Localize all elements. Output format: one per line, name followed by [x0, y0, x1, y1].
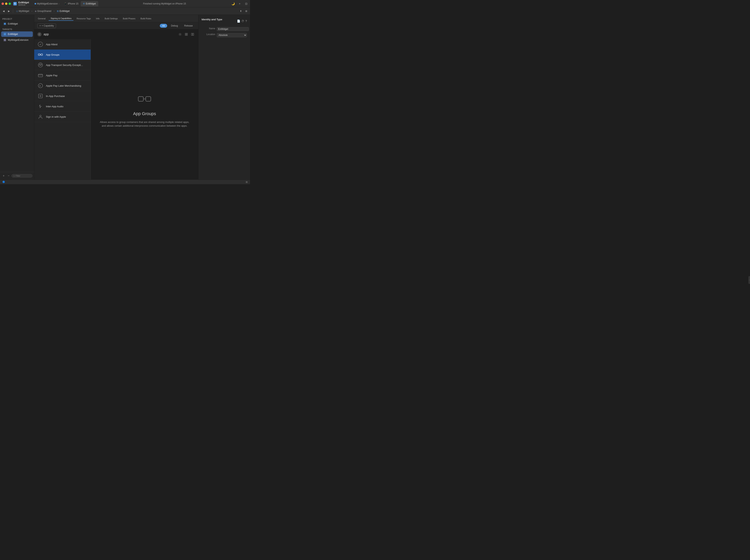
breadcrumb-sep2: › — [54, 9, 55, 13]
tab-resource-tags[interactable]: Resource Tags — [74, 16, 93, 21]
tab-bar: MyWidgetExtension › 📱 iPhone 15 ⊞ ExWidg… — [32, 1, 98, 6]
filter-all-btn[interactable]: All — [160, 24, 167, 28]
breadcrumb-icon: ◇ — [16, 10, 18, 13]
detail-description: Allows access to group containers that a… — [99, 120, 191, 128]
svg-rect-18 — [38, 74, 43, 77]
phone-icon: 📱 — [64, 2, 67, 5]
tab-build-rules[interactable]: Build Rules — [138, 16, 154, 21]
inspector-file-icon[interactable]: 📄 — [237, 20, 240, 23]
breadcrumb-exwidget[interactable]: ⊞ ExWidget — [56, 9, 71, 13]
inspector-name-label: Name — [201, 27, 215, 30]
tab-my-widget-extension[interactable]: MyWidgetExtension › — [32, 1, 62, 6]
share-btn[interactable]: ⬆ — [239, 9, 243, 13]
panel-close-btn[interactable] — [178, 32, 183, 37]
tab-build-phases[interactable]: Build Phases — [121, 16, 138, 21]
tab-iphone[interactable]: 📱 iPhone 15 — [62, 1, 81, 6]
layout-btn[interactable]: ⊡ — [244, 2, 249, 6]
widget-icon: ⊞ — [83, 2, 85, 5]
separator — [13, 9, 13, 13]
sidebar-item-exwidget-target[interactable]: ExWidget — [1, 32, 33, 37]
inspector-help-icon[interactable]: ? — [245, 20, 247, 23]
breadcrumb-label: GroupShared — [37, 10, 51, 13]
apple-pay-later-icon: $ — [37, 83, 43, 89]
inspector-btn[interactable]: ⊞ — [244, 9, 249, 13]
ats-icon — [37, 62, 43, 68]
svg-rect-15 — [38, 54, 40, 56]
capability-item-inter-app-audio[interactable]: Inter-App Audio — [34, 101, 91, 111]
title-bar: E ExWidget 86f9536 MyWidgetExtension › 📱… — [0, 0, 250, 7]
capability-list: App Attest App Groups — [34, 39, 91, 180]
svg-rect-5 — [4, 39, 6, 41]
svg-point-22 — [40, 115, 41, 117]
remove-target-btn[interactable]: − — [6, 174, 11, 178]
tab-general[interactable]: General — [36, 16, 48, 21]
capability-item-iap[interactable]: In-App Purchase — [34, 91, 91, 101]
exwidget-icon: ⊞ — [57, 10, 59, 13]
detail-icon — [137, 91, 152, 107]
capability-item-apple-pay[interactable]: Apple Pay — [34, 70, 91, 81]
moon-icon-btn[interactable]: 🌙 — [231, 2, 235, 6]
status-bar-left: 🔵 — [2, 181, 5, 183]
filter-release-btn[interactable]: Release — [182, 24, 195, 28]
tab-info[interactable]: Info — [94, 16, 102, 21]
signing-panel: app — [34, 29, 198, 180]
svg-rect-12 — [192, 33, 192, 36]
app-icon: E — [13, 2, 17, 5]
plus-icon: + — [39, 24, 41, 27]
close-button[interactable] — [2, 2, 4, 5]
inspector-name-input[interactable] — [217, 27, 249, 31]
groupshared-icon: ◈ — [35, 10, 37, 13]
inspector-history-icon[interactable]: ⏱ — [241, 20, 244, 23]
breadcrumb-mywidget[interactable]: ◇ MyWidget — [15, 9, 30, 13]
nav-back-btn[interactable]: ◀ — [2, 9, 6, 13]
sidebar-item-mywidgetextension[interactable]: MyWidgetExtension — [1, 37, 33, 43]
inspector-location-select[interactable]: Absolute Relative — [217, 33, 247, 37]
nav-forward-btn[interactable]: ▶ — [7, 9, 11, 13]
tab-build-settings[interactable]: Build Settings — [102, 16, 120, 21]
filter-container: ⊙ — [12, 174, 33, 178]
filter-debug-btn[interactable]: Debug — [169, 24, 180, 28]
maximize-button[interactable] — [8, 2, 11, 5]
status-layout-btn[interactable]: ⊞ — [246, 181, 248, 183]
tab-resource-tags-label: Resource Tags — [77, 17, 91, 20]
mywidgetextension-label: MyWidgetExtension — [8, 39, 28, 41]
svg-rect-10 — [185, 35, 186, 36]
panel-header: app — [34, 29, 198, 39]
add-target-btn[interactable]: + — [2, 174, 6, 178]
add-tab-btn[interactable]: ＋ — [237, 2, 242, 6]
capability-item-sign-in-with-apple[interactable]: Sign in with Apple — [34, 111, 91, 122]
panel-body: App Attest App Groups — [34, 39, 198, 180]
breadcrumb-label: ExWidget — [60, 10, 70, 13]
svg-point-6 — [38, 33, 41, 36]
filter-input[interactable] — [16, 174, 31, 177]
status-progress: 🔵 — [2, 181, 5, 183]
panel-back-btn[interactable] — [37, 32, 42, 37]
sidebar-item-exwidget-project[interactable]: ExWidget — [1, 21, 33, 26]
apple-pay-later-label: Apple Pay Later Merchandising — [46, 84, 81, 87]
filter-icon: ⊙ — [13, 175, 15, 177]
panel-grid-btn[interactable] — [184, 32, 189, 37]
app-attest-label: App Attest — [46, 43, 57, 46]
capability-item-ats[interactable]: App Transport Security Excepti... — [34, 60, 91, 70]
share-icon: ⬆ — [240, 10, 242, 13]
capability-item-app-groups[interactable]: App Groups — [34, 49, 91, 60]
title-actions: 🌙 ＋ ⊡ — [231, 2, 249, 6]
iap-icon — [37, 93, 43, 99]
panel-list-btn[interactable] — [190, 32, 195, 37]
tab-build-rules-label: Build Rules — [140, 17, 151, 20]
capability-item-app-attest[interactable]: App Attest — [34, 39, 91, 49]
tab-arrow: › — [59, 2, 60, 5]
svg-rect-24 — [146, 97, 151, 101]
sign-in-with-apple-icon — [37, 113, 43, 120]
minimize-button[interactable] — [5, 2, 7, 5]
capability-item-apple-pay-later[interactable]: $ Apple Pay Later Merchandising — [34, 81, 91, 91]
inter-app-audio-icon — [37, 103, 43, 109]
tab-exwidget[interactable]: ⊞ ExWidget — [81, 1, 98, 6]
inspector-panel: Identity and Type 📄 ⏱ ? Name Location Ab… — [198, 15, 250, 180]
app-name: ExWidget — [18, 1, 29, 4]
add-capability-btn[interactable]: + + Capability — [37, 23, 56, 28]
app-sub: 86f9536 — [18, 4, 29, 6]
breadcrumb-groupshared[interactable]: ◈ GroupShared — [34, 9, 53, 13]
tab-signing[interactable]: Signing & Capabilities — [48, 16, 74, 21]
svg-point-3 — [4, 33, 6, 35]
